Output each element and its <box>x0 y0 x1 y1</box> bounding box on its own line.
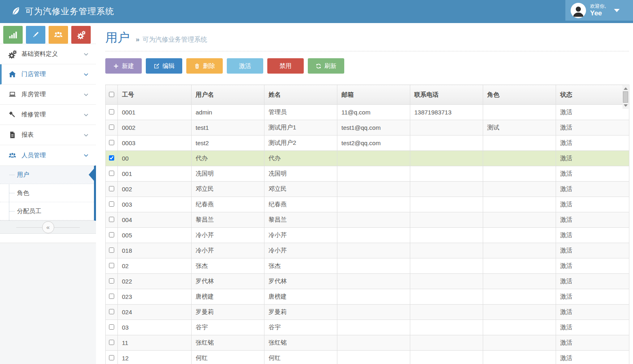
submenu-item-roles[interactable]: 角色 <box>0 184 94 202</box>
row-checkbox[interactable] <box>109 294 114 299</box>
row-checkbox[interactable] <box>109 278 114 284</box>
table-row[interactable]: 001冼国明冼国明激活 <box>106 166 629 182</box>
row-checkbox[interactable] <box>109 263 114 268</box>
cell-name: 何红 <box>264 351 337 364</box>
new-button[interactable]: 新建 <box>105 58 142 74</box>
row-checkbox[interactable] <box>109 248 114 253</box>
column-header-phone[interactable]: 联系电话 <box>410 85 483 105</box>
home-icon <box>7 70 17 78</box>
cell-name: 谷宇 <box>264 320 337 335</box>
shortcut-users[interactable] <box>49 26 68 44</box>
cell-email: 11@q.com <box>337 105 410 120</box>
cell-badge-no: 004 <box>118 212 192 228</box>
user-menu[interactable]: 欢迎你, Yee <box>565 0 633 21</box>
submenu-item-users[interactable]: 用户 <box>0 166 94 184</box>
cell-status: 激活 <box>556 166 629 182</box>
cell-badge-no: 02 <box>118 258 192 274</box>
scroll-up-arrow-icon[interactable] <box>624 87 628 90</box>
table-row[interactable]: 03谷宇谷宇激活 <box>106 320 629 335</box>
caret-down-icon <box>614 9 620 12</box>
column-header-badge-no[interactable]: 工号 <box>118 85 192 105</box>
table-row[interactable]: 003纪春燕纪春燕激活 <box>106 197 629 212</box>
column-header-username[interactable]: 用户名 <box>192 85 264 105</box>
cell-status: 激活 <box>556 305 629 320</box>
cell-username: 谷宇 <box>192 320 264 335</box>
table-row[interactable]: 023唐榜建唐榜建激活 <box>106 289 629 305</box>
cell-status: 激活 <box>556 243 629 258</box>
cell-email <box>337 320 410 335</box>
collapse-sidebar-button[interactable]: « <box>42 221 54 233</box>
row-checkbox[interactable] <box>109 171 114 176</box>
table-row[interactable]: 005冷小芹冷小芹激活 <box>106 228 629 243</box>
cell-phone <box>410 212 483 228</box>
table-row[interactable]: 024罗曼莉罗曼莉激活 <box>106 305 629 320</box>
menu-item-store-mgmt[interactable]: 门店管理 <box>0 64 96 85</box>
vertical-scrollbar[interactable] <box>622 85 629 109</box>
chevron-down-icon <box>83 91 89 98</box>
shortcut-pencil[interactable] <box>26 26 45 44</box>
row-checkbox[interactable] <box>109 109 114 114</box>
cell-email <box>337 274 410 289</box>
row-checkbox[interactable] <box>109 186 114 191</box>
table-row[interactable]: 0001admin管理员11@q.com13871983713激活 <box>106 105 629 120</box>
cell-username: 罗代林 <box>192 274 264 289</box>
scrollbar-thumb[interactable] <box>623 91 628 103</box>
cell-badge-no: 024 <box>118 305 192 320</box>
column-header-email[interactable]: 邮箱 <box>337 85 410 105</box>
table-row[interactable]: 11张红铭张红铭激活 <box>106 335 629 351</box>
table-row[interactable]: 002邓立民邓立民激活 <box>106 182 629 197</box>
row-checkbox[interactable] <box>109 324 114 330</box>
menu-item-reports[interactable]: 报表 <box>0 125 96 145</box>
column-header-status[interactable]: 状态 <box>556 85 623 105</box>
table-row[interactable]: 12何红何红激活 <box>106 351 629 364</box>
cell-name: 罗曼莉 <box>264 305 337 320</box>
row-checkbox[interactable] <box>109 140 114 145</box>
cell-email <box>337 151 410 166</box>
cell-email <box>337 228 410 243</box>
cell-role <box>483 305 556 320</box>
table-row[interactable]: 018冷小芹冷小芹激活 <box>106 243 629 258</box>
row-checkbox[interactable] <box>109 232 114 237</box>
menu-item-repair-mgmt[interactable]: 维修管理 <box>0 105 96 125</box>
table-row[interactable]: 0003test2测试用户2test2@qq.com激活 <box>106 135 629 151</box>
cell-name: 管理员 <box>264 105 337 120</box>
submenu-item-assign-staff[interactable]: 分配员工 <box>0 202 94 220</box>
column-header-name[interactable]: 姓名 <box>264 85 337 105</box>
table-row[interactable]: 022罗代林罗代林激活 <box>106 274 629 289</box>
row-checkbox[interactable] <box>109 155 114 161</box>
cell-status: 激活 <box>556 351 629 364</box>
cell-status: 激活 <box>556 320 629 335</box>
cell-badge-no: 005 <box>118 228 192 243</box>
user-table-body: 0001admin管理员11@q.com13871983713激活0002tes… <box>106 105 629 364</box>
table-row[interactable]: 0002test1测试用户1test1@qq.com测试激活 <box>106 120 629 135</box>
menu-item-personnel-mgmt[interactable]: 人员管理 <box>0 145 96 165</box>
menu-item-base-data[interactable]: 基础资料定义 <box>0 44 96 64</box>
cell-status: 激活 <box>556 120 629 135</box>
cell-phone <box>410 320 483 335</box>
activate-button[interactable]: 激活 <box>227 58 263 74</box>
select-all-checkbox[interactable] <box>109 92 114 97</box>
row-checkbox[interactable] <box>109 355 114 360</box>
row-checkbox[interactable] <box>109 217 114 222</box>
disable-button[interactable]: 禁用 <box>267 58 304 74</box>
scroll-down-arrow-icon[interactable] <box>624 104 628 107</box>
delete-button[interactable]: 删除 <box>186 58 223 74</box>
row-checkbox-cell <box>106 305 118 320</box>
row-checkbox[interactable] <box>109 201 114 207</box>
table-row[interactable]: 004黎昌兰黎昌兰激活 <box>106 212 629 228</box>
table-row[interactable]: 00代办代办激活 <box>106 151 629 166</box>
row-checkbox[interactable] <box>109 309 114 314</box>
refresh-button[interactable]: 刷新 <box>308 58 344 74</box>
cell-phone <box>410 274 483 289</box>
edit-button[interactable]: 编辑 <box>146 58 182 74</box>
row-checkbox[interactable] <box>109 340 114 345</box>
column-header-role[interactable]: 角色 <box>483 85 556 105</box>
row-checkbox[interactable] <box>109 125 114 130</box>
menu-item-warehouse-mgmt[interactable]: 库房管理 <box>0 85 96 105</box>
cell-username: test1 <box>192 120 264 135</box>
double-chevron-left-icon: « <box>46 224 49 231</box>
table-row[interactable]: 02张杰张杰激活 <box>106 258 629 274</box>
cell-username: admin <box>192 105 264 120</box>
shortcut-bar-chart[interactable] <box>3 26 23 44</box>
shortcut-gears[interactable] <box>71 26 91 44</box>
